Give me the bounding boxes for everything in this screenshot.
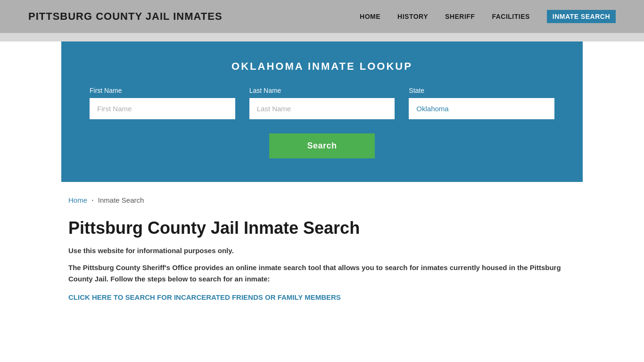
last-name-group: Last Name [249, 87, 395, 119]
state-group: State [409, 87, 554, 119]
nav-home[interactable]: HOME [360, 13, 380, 20]
last-name-label: Last Name [249, 87, 395, 94]
nav-history[interactable]: HISTORY [397, 13, 428, 20]
site-header: PITTSBURG COUNTY JAIL INMATES HOME HISTO… [0, 0, 644, 33]
page-title: Pittsburg County Jail Inmate Search [68, 218, 576, 238]
inmate-lookup-section: OKLAHOMA INMATE LOOKUP First Name Last N… [61, 41, 583, 182]
nav-inmate-search[interactable]: INMATE SEARCH [547, 10, 616, 23]
lookup-title: OKLAHOMA INMATE LOOKUP [90, 60, 554, 73]
info-paragraph: The Pittsburg County Sheriff's Office pr… [68, 262, 576, 285]
search-button-row: Search [90, 133, 554, 158]
first-name-label: First Name [90, 87, 235, 94]
breadcrumb-separator: • [92, 198, 93, 202]
nav-sheriff[interactable]: SHERIFF [445, 13, 475, 20]
last-name-input[interactable] [249, 98, 395, 119]
click-here-link[interactable]: CLICK HERE to Search for Incarcerated Fr… [68, 293, 341, 301]
search-button[interactable]: Search [269, 133, 374, 158]
state-input[interactable] [409, 98, 554, 119]
nav-facilities[interactable]: FACILITIES [492, 13, 529, 20]
first-name-input[interactable] [90, 98, 235, 119]
breadcrumb: Home • Inmate Search [68, 196, 576, 204]
state-label: State [409, 87, 554, 94]
first-name-group: First Name [90, 87, 235, 119]
site-title: PITTSBURG COUNTY JAIL INMATES [28, 10, 223, 23]
sub-header-bar [0, 33, 644, 41]
content-area: Home • Inmate Search Pittsburg County Ja… [0, 182, 644, 321]
breadcrumb-home-link[interactable]: Home [68, 196, 87, 204]
info-bold-text: Use this website for informational purpo… [68, 247, 576, 255]
search-form-row: First Name Last Name State [90, 87, 554, 119]
breadcrumb-current: Inmate Search [98, 196, 144, 204]
main-nav: HOME HISTORY SHERIFF FACILITIES INMATE S… [360, 10, 616, 23]
